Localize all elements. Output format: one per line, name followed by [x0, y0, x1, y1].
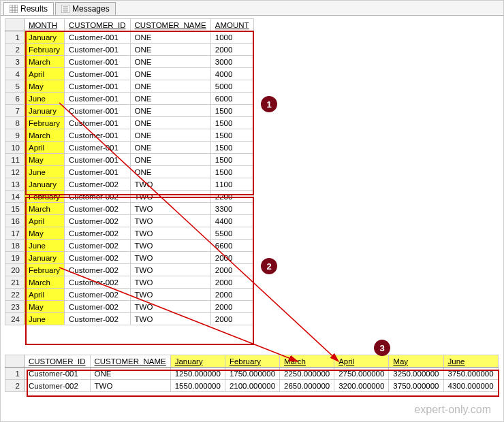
cell-customer-name[interactable]: ONE [130, 56, 210, 68]
cell-month[interactable]: June [25, 313, 65, 325]
cell-customer-name[interactable]: ONE [130, 117, 210, 129]
cell-amount[interactable]: 2000 [210, 44, 253, 56]
cell-customer-name[interactable]: TWO [130, 240, 210, 252]
cell-customer-id[interactable]: Customer-001 [25, 368, 91, 380]
cell-customer-id[interactable]: Customer-001 [65, 56, 131, 68]
table-row[interactable]: 9MarchCustomer-001ONE1500 [5, 129, 254, 142]
table-row[interactable]: 2FebruaryCustomer-001ONE2000 [5, 44, 254, 56]
cell-amount[interactable]: 2000 [210, 313, 253, 325]
cell-customer-id[interactable]: Customer-002 [65, 252, 131, 264]
cell-customer-id[interactable]: Customer-002 [65, 301, 131, 313]
pcol-january[interactable]: January [170, 355, 225, 368]
tab-messages[interactable]: Messages [55, 2, 116, 15]
table-row[interactable]: 17MayCustomer-002TWO5500 [5, 227, 254, 240]
cell-customer-name[interactable]: TWO [130, 227, 210, 240]
cell-month[interactable]: February [25, 191, 65, 203]
cell-amount[interactable]: 2000 [210, 289, 253, 301]
cell-month[interactable]: March [25, 276, 65, 289]
cell-customer-id[interactable]: Customer-001 [65, 31, 131, 44]
cell-amount[interactable]: 1500 [210, 117, 253, 129]
cell-customer-id[interactable]: Customer-002 [65, 203, 131, 215]
cell-amount[interactable]: 2000 [210, 252, 253, 264]
table-row[interactable]: 23MayCustomer-002TWO2000 [5, 301, 254, 313]
cell-customer-id[interactable]: Customer-002 [65, 227, 131, 240]
cell-month[interactable]: February [25, 264, 65, 276]
cell-month[interactable]: January [25, 105, 65, 117]
table-row[interactable]: 11MayCustomer-001ONE1500 [5, 154, 254, 166]
cell-customer-name[interactable]: ONE [130, 68, 210, 80]
cell-amount[interactable]: 1500 [210, 142, 253, 154]
cell-month[interactable]: June [25, 166, 65, 178]
cell-month[interactable]: May [25, 154, 65, 166]
table-row[interactable]: 15MarchCustomer-002TWO3300 [5, 203, 254, 215]
cell-jun[interactable]: 4300.000000 [443, 380, 498, 392]
cell-amount[interactable]: 5000 [210, 80, 253, 93]
table-row[interactable]: 24JuneCustomer-002TWO2000 [5, 313, 254, 325]
cell-apr[interactable]: 3200.000000 [334, 380, 389, 392]
table-row[interactable]: 2Customer-002TWO1550.0000002100.00000026… [5, 380, 499, 392]
cell-customer-name[interactable]: ONE [130, 93, 210, 105]
table-row[interactable]: 10AprilCustomer-001ONE1500 [5, 142, 254, 154]
cell-customer-id[interactable]: Customer-001 [65, 93, 131, 105]
cell-month[interactable]: May [25, 227, 65, 240]
cell-jun[interactable]: 3750.000000 [443, 368, 498, 380]
cell-mar[interactable]: 2250.000000 [280, 368, 334, 380]
table-row[interactable]: 21MarchCustomer-002TWO2000 [5, 276, 254, 289]
cell-customer-id[interactable]: Customer-001 [65, 105, 131, 117]
cell-customer-name[interactable]: TWO [130, 301, 210, 313]
cell-month[interactable]: March [25, 129, 65, 142]
cell-jan[interactable]: 1250.000000 [170, 368, 225, 380]
cell-feb[interactable]: 2100.000000 [225, 380, 279, 392]
cell-customer-name[interactable]: TWO [130, 191, 210, 203]
cell-month[interactable]: June [25, 93, 65, 105]
cell-customer-id[interactable]: Customer-001 [65, 142, 131, 154]
cell-amount[interactable]: 1500 [210, 129, 253, 142]
cell-month[interactable]: April [25, 215, 65, 227]
cell-feb[interactable]: 1750.000000 [225, 368, 279, 380]
cell-customer-name[interactable]: TWO [130, 276, 210, 289]
pcol-customer-id[interactable]: CUSTOMER_ID [25, 355, 91, 368]
cell-customer-id[interactable]: Customer-001 [65, 80, 131, 93]
cell-customer-id[interactable]: Customer-001 [65, 68, 131, 80]
col-amount[interactable]: AMOUNT [210, 19, 253, 31]
cell-month[interactable]: April [25, 142, 65, 154]
cell-amount[interactable]: 6600 [210, 240, 253, 252]
table-row[interactable]: 19JanuaryCustomer-002TWO2000 [5, 252, 254, 264]
cell-customer-name[interactable]: ONE [130, 129, 210, 142]
cell-customer-id[interactable]: Customer-001 [65, 166, 131, 178]
cell-customer-name[interactable]: TWO [130, 203, 210, 215]
table-row[interactable]: 12JuneCustomer-001ONE1500 [5, 166, 254, 178]
cell-customer-id[interactable]: Customer-001 [65, 129, 131, 142]
cell-amount[interactable]: 6000 [210, 93, 253, 105]
cell-amount[interactable]: 2000 [210, 276, 253, 289]
cell-customer-name[interactable]: ONE [90, 368, 170, 380]
cell-customer-name[interactable]: ONE [130, 31, 210, 44]
cell-month[interactable]: June [25, 240, 65, 252]
pcol-february[interactable]: February [225, 355, 279, 368]
cell-apr[interactable]: 2750.000000 [334, 368, 389, 380]
pivot-grid[interactable]: CUSTOMER_ID CUSTOMER_NAME January Februa… [5, 355, 499, 392]
col-month[interactable]: MONTH [25, 19, 65, 31]
table-row[interactable]: 14FebruaryCustomer-002TWO2200 [5, 191, 254, 203]
cell-month[interactable]: April [25, 68, 65, 80]
cell-amount[interactable]: 4400 [210, 215, 253, 227]
cell-month[interactable]: April [25, 289, 65, 301]
cell-customer-id[interactable]: Customer-002 [65, 313, 131, 325]
cell-month[interactable]: February [25, 117, 65, 129]
cell-amount[interactable]: 2000 [210, 264, 253, 276]
cell-amount[interactable]: 3000 [210, 56, 253, 68]
pcol-april[interactable]: April [334, 355, 389, 368]
cell-amount[interactable]: 1000 [210, 31, 253, 44]
cell-customer-name[interactable]: ONE [130, 142, 210, 154]
cell-amount[interactable]: 1100 [210, 178, 253, 191]
cell-may[interactable]: 3750.000000 [389, 380, 443, 392]
pcol-may[interactable]: May [389, 355, 443, 368]
cell-amount[interactable]: 2000 [210, 301, 253, 313]
cell-customer-id[interactable]: Customer-001 [65, 117, 131, 129]
cell-customer-name[interactable]: TWO [130, 252, 210, 264]
table-row[interactable]: 22AprilCustomer-002TWO2000 [5, 289, 254, 301]
cell-customer-id[interactable]: Customer-002 [65, 191, 131, 203]
cell-customer-name[interactable]: ONE [130, 166, 210, 178]
cell-customer-id[interactable]: Customer-001 [65, 44, 131, 56]
cell-month[interactable]: March [25, 56, 65, 68]
